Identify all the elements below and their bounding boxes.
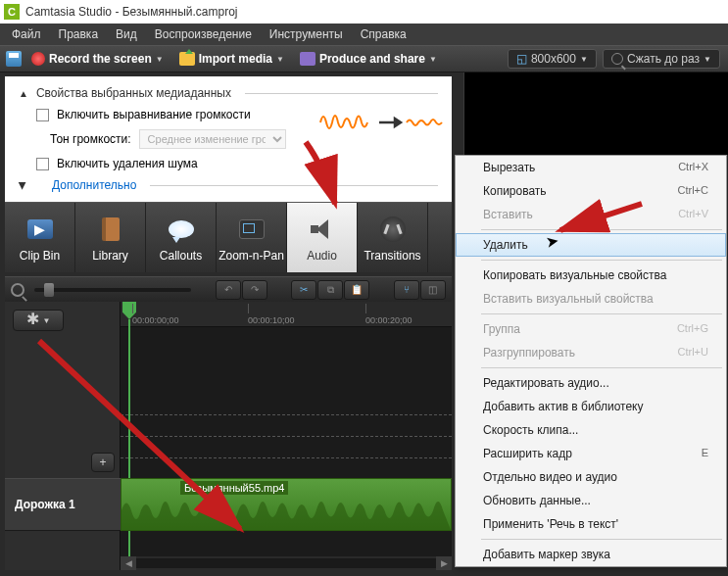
ruler-tick: 00:00:10;00 bbox=[248, 315, 295, 325]
tab-callouts[interactable]: Callouts bbox=[146, 203, 217, 272]
volume-align-label: Включить выравнивание громкости bbox=[57, 108, 251, 121]
search-icon bbox=[611, 53, 623, 65]
context-menu: ВырезатьCtrl+XКопироватьCtrl+CВставитьCt… bbox=[455, 155, 727, 567]
context-menu-item[interactable]: Применить 'Речь в текст' bbox=[456, 512, 726, 536]
ruler-tick: 00:00:00;00 bbox=[132, 315, 179, 325]
menu-item-label: Копировать визуальные свойства bbox=[483, 268, 666, 282]
chevron-down-icon: ▼ bbox=[429, 55, 437, 64]
context-menu-item[interactable]: Обновить данные... bbox=[456, 489, 726, 512]
zoom-slider[interactable] bbox=[34, 288, 191, 292]
timeline-settings[interactable]: ▼ bbox=[13, 310, 64, 331]
expand-icon[interactable]: ▶ bbox=[18, 181, 28, 189]
paste-button[interactable]: 📋 bbox=[344, 280, 369, 300]
tab-clipbin[interactable]: ▶ Clip Bin bbox=[5, 203, 75, 272]
menu-item-label: Вырезать bbox=[483, 161, 535, 174]
dimension-selector[interactable]: ◱ 800x600 ▼ bbox=[508, 49, 597, 69]
context-menu-item[interactable]: КопироватьCtrl+C bbox=[456, 179, 726, 203]
tab-transitions[interactable]: Transitions bbox=[358, 203, 428, 272]
menu-help[interactable]: Справка bbox=[353, 25, 414, 43]
scroll-right-button[interactable]: ▶ bbox=[436, 556, 452, 570]
track-label[interactable]: Дорожка 1 bbox=[5, 478, 121, 531]
import-button[interactable]: Import media ▼ bbox=[173, 50, 290, 68]
context-menu-item[interactable]: Удалить bbox=[456, 233, 726, 257]
shrink-label: Сжать до раз bbox=[627, 52, 700, 66]
volume-align-checkbox[interactable] bbox=[36, 109, 49, 121]
import-label: Import media bbox=[199, 52, 272, 66]
menu-separator bbox=[481, 260, 722, 261]
properties-panel: ▲ Свойства выбранных медиаданных Включит… bbox=[5, 76, 452, 202]
chevron-down-icon: ▼ bbox=[276, 55, 284, 64]
titlebar: C Camtasia Studio - Безымянный.camproj bbox=[0, 0, 728, 24]
menu-separator bbox=[481, 367, 722, 368]
track-headers: ▼ + Дорожка 1 bbox=[5, 302, 121, 570]
record-label: Record the screen bbox=[49, 52, 152, 66]
menu-play[interactable]: Воспроизведение bbox=[147, 25, 260, 43]
menu-separator bbox=[481, 313, 722, 314]
context-menu-item[interactable]: Скорость клипа... bbox=[456, 418, 726, 442]
cut-button[interactable]: ✂ bbox=[291, 280, 316, 300]
menu-item-label: Отдельно видео и аудио bbox=[483, 470, 617, 484]
context-menu-item[interactable]: ВырезатьCtrl+X bbox=[456, 156, 726, 179]
context-menu-item[interactable]: Редактировать аудио... bbox=[456, 371, 726, 395]
menu-file[interactable]: Файл bbox=[4, 25, 49, 43]
context-menu-item: Вставить визуальный свойства bbox=[456, 287, 726, 311]
timeline-content[interactable]: 00:00:00;00 00:00:10;00 00:00:20;00 100 … bbox=[121, 302, 452, 570]
additional-link[interactable]: Дополнительно bbox=[52, 178, 136, 192]
gear-icon bbox=[26, 313, 40, 327]
menu-tools[interactable]: Инструменты bbox=[262, 25, 351, 43]
context-menu-item[interactable]: Добавить актив в библиотеку bbox=[456, 395, 726, 418]
scroll-track[interactable] bbox=[136, 558, 436, 568]
library-icon bbox=[102, 217, 120, 241]
menu-item-label: Вставить визуальный свойства bbox=[483, 292, 654, 306]
collapse-icon[interactable]: ▲ bbox=[19, 88, 28, 99]
chevron-down-icon: ▼ bbox=[704, 55, 711, 64]
preview-toolbar: ◱ 800x600 ▼ Сжать до раз ▼ bbox=[500, 45, 728, 72]
app-icon: C bbox=[4, 4, 20, 20]
menu-item-label: Вставить bbox=[483, 208, 533, 221]
tab-label: Audio bbox=[307, 249, 337, 263]
tab-zoompan[interactable]: Zoom-n-Pan bbox=[217, 203, 287, 272]
undo-button[interactable]: ↶ bbox=[216, 280, 241, 300]
context-menu-item[interactable]: Расширить кадрE bbox=[456, 442, 726, 465]
media-clip[interactable]: 100 % Безымянный55.mp4 bbox=[121, 478, 452, 531]
menu-item-label: Добавить актив в библиотеку bbox=[483, 400, 644, 413]
dimension-label: 800x600 bbox=[531, 52, 576, 66]
chevron-down-icon: ▼ bbox=[580, 55, 588, 64]
tab-label: Zoom-n-Pan bbox=[218, 249, 284, 263]
chevron-down-icon: ▼ bbox=[43, 316, 51, 325]
timeline: ▼ + Дорожка 1 00:00:00;00 00:00:10;00 00… bbox=[5, 302, 452, 570]
tool-button[interactable]: ◫ bbox=[420, 280, 446, 300]
add-track-button[interactable]: + bbox=[91, 453, 115, 472]
menu-item-label: Разгруппировать bbox=[483, 346, 575, 360]
timeline-scrollbar[interactable]: ◀ ▶ bbox=[121, 556, 452, 570]
ruler-tick: 00:00:20;00 bbox=[365, 315, 413, 325]
save-icon[interactable] bbox=[6, 51, 22, 67]
volume-tone-select[interactable]: Среднее изменение гро bbox=[139, 129, 286, 149]
shrink-selector[interactable]: Сжать до раз ▼ bbox=[603, 49, 720, 69]
zoom-icon[interactable] bbox=[11, 283, 24, 297]
menu-edit[interactable]: Правка bbox=[51, 25, 107, 43]
scroll-left-button[interactable]: ◀ bbox=[121, 556, 136, 570]
record-button[interactable]: Record the screen ▼ bbox=[25, 50, 170, 68]
context-menu-item[interactable]: Отдельно видео и аудио bbox=[456, 465, 726, 489]
context-menu-item[interactable]: Копировать визуальные свойства bbox=[456, 264, 726, 287]
split-button[interactable]: ⑂ bbox=[394, 280, 419, 300]
zoompan-icon bbox=[239, 219, 265, 239]
noise-removal-checkbox[interactable] bbox=[36, 158, 49, 170]
tab-label: Clip Bin bbox=[20, 249, 60, 263]
tab-library[interactable]: Library bbox=[75, 203, 146, 272]
import-icon bbox=[179, 52, 195, 66]
menu-item-label: Редактировать аудио... bbox=[483, 376, 609, 390]
tab-audio[interactable]: Audio bbox=[287, 203, 358, 272]
menu-view[interactable]: Вид bbox=[108, 25, 145, 43]
slider-thumb[interactable] bbox=[44, 283, 54, 297]
produce-icon bbox=[300, 52, 315, 66]
context-menu-item[interactable]: Добавить маркер звука bbox=[456, 543, 726, 566]
produce-button[interactable]: Produce and share ▼ bbox=[294, 50, 443, 68]
tab-label: Transitions bbox=[364, 249, 420, 263]
timeline-ruler[interactable]: 00:00:00;00 00:00:10;00 00:00:20;00 bbox=[121, 302, 452, 327]
copy-button[interactable]: ⧉ bbox=[317, 280, 343, 300]
redo-button[interactable]: ↷ bbox=[242, 280, 267, 300]
menu-item-label: Расширить кадр bbox=[483, 447, 572, 460]
clipbin-icon: ▶ bbox=[27, 219, 53, 239]
